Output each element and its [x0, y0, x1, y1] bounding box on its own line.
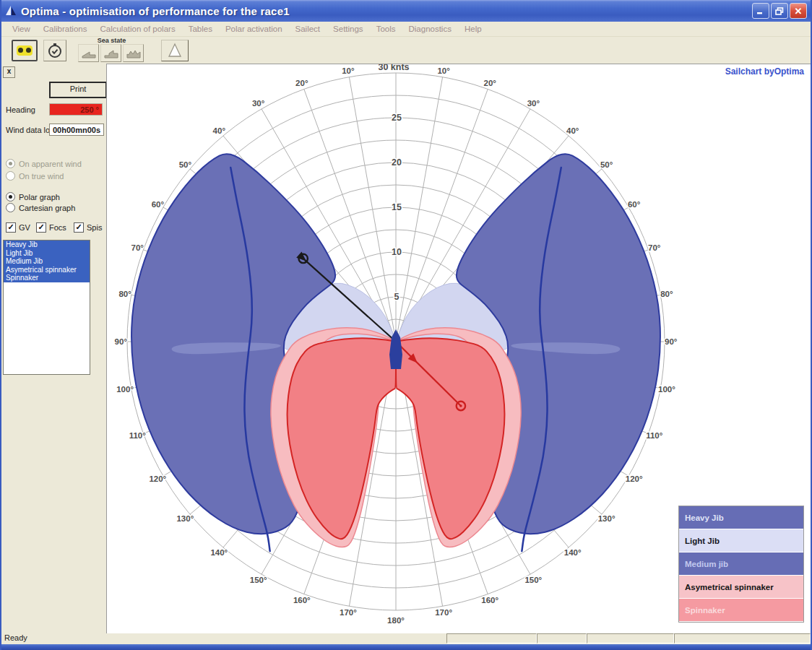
menu-polar-activation[interactable]: Polar activation [220, 23, 288, 35]
sea-state-medium-icon [103, 48, 119, 59]
list-item-heavy-jib[interactable]: Heavy Jib [4, 240, 90, 249]
menu-help[interactable]: Help [459, 23, 487, 35]
menu-calculation-of-polars[interactable]: Calculation of polars [95, 23, 180, 35]
svg-text:110°: 110° [646, 431, 663, 440]
radio-cartesian-graph[interactable]: Cartesian graph [6, 203, 75, 212]
goggles-toolbar-button[interactable] [12, 40, 38, 61]
svg-text:160°: 160° [481, 596, 498, 604]
status-pane-1 [446, 633, 537, 644]
legend-heavy-jib[interactable]: Heavy Jib [679, 506, 803, 529]
panel-close-icon[interactable]: x [3, 66, 15, 78]
svg-text:140°: 140° [210, 548, 228, 557]
svg-text:40°: 40° [566, 126, 579, 135]
svg-text:30°: 30° [252, 99, 265, 108]
radio-true-wind[interactable]: On true wind [6, 171, 64, 181]
heading-value-field[interactable]: 250 ° [49, 103, 103, 116]
svg-text:100°: 100° [116, 385, 134, 394]
checkbox-gv[interactable]: ✓ GV [6, 222, 30, 233]
svg-text:20°: 20° [484, 79, 497, 87]
checkbox-gv-icon: ✓ [6, 222, 16, 233]
svg-text:120°: 120° [149, 474, 166, 483]
goggles-icon [17, 46, 33, 56]
left-panel: x Print Heading 250 ° Wind data log 00h0… [1, 64, 106, 636]
menu-calibrations[interactable]: Calibrations [38, 23, 92, 35]
app-logo-sail-icon [4, 4, 17, 17]
svg-text:170°: 170° [340, 608, 357, 617]
print-button[interactable]: Print [49, 82, 107, 98]
stopwatch-toolbar-button[interactable] [43, 40, 66, 61]
list-item-medium-jib[interactable]: Medium Jib [4, 257, 90, 266]
sail-legend: Heavy Jib Light Jib Medium jib Asymetric… [678, 506, 804, 623]
svg-text:10°: 10° [437, 66, 450, 75]
legend-spinnaker[interactable]: Spinnaker [679, 599, 803, 622]
menu-tools[interactable]: Tools [371, 23, 401, 35]
svg-text:150°: 150° [524, 576, 542, 584]
sail-listbox[interactable]: Heavy Jib Light Jib Medium Jib Asymetric… [3, 240, 90, 375]
svg-text:80°: 80° [660, 290, 673, 298]
svg-text:20°: 20° [295, 79, 308, 87]
menu-sailect[interactable]: Sailect [290, 23, 326, 35]
list-item-spinnaker[interactable]: Spinnaker [4, 274, 90, 282]
legend-medium-jib[interactable]: Medium jib [679, 552, 803, 576]
svg-text:160°: 160° [293, 596, 311, 604]
svg-text:25: 25 [392, 113, 402, 123]
minimize-button[interactable] [752, 3, 769, 19]
checkbox-spis[interactable]: ✓ Spis [74, 222, 102, 233]
window-title: Optima - optimisation of performance for… [21, 5, 290, 17]
legend-asym-spinnaker[interactable]: Asymetrical spinnaker [679, 576, 803, 599]
sea-state-label: Sea state [98, 37, 126, 44]
status-pane-4 [674, 633, 811, 644]
sea-state-rough-button[interactable] [123, 44, 144, 62]
window-bottom-frame [1, 644, 811, 650]
toolbar: Sea state [1, 37, 811, 64]
wind-log-field[interactable]: 00h00mn00s [49, 124, 104, 136]
sea-state-group: Sea state [78, 38, 145, 62]
radio-cartesian-graph-icon [6, 203, 15, 212]
restore-button[interactable] [771, 3, 788, 19]
svg-text:15: 15 [392, 202, 402, 212]
sea-state-flat-icon [81, 48, 97, 59]
svg-text:60°: 60° [628, 200, 641, 209]
svg-text:90°: 90° [665, 337, 678, 346]
status-bar: Ready [1, 633, 811, 644]
list-item-asym-spinnaker[interactable]: Asymetrical spinnaker [4, 266, 90, 274]
close-button[interactable]: ✕ [790, 3, 807, 19]
sail-chart-toolbar-button[interactable] [161, 40, 189, 61]
app-window: Optima - optimisation of performance for… [0, 0, 812, 650]
svg-text:70°: 70° [131, 243, 144, 252]
sea-state-medium-button[interactable] [100, 44, 121, 62]
checkbox-focs-icon: ✓ [36, 222, 46, 233]
svg-text:130°: 130° [598, 514, 616, 523]
menu-tables[interactable]: Tables [183, 23, 217, 35]
radio-apparent-wind[interactable]: On apparent wind [6, 159, 82, 168]
svg-text:80°: 80° [118, 290, 131, 298]
checkbox-focs[interactable]: ✓ Focs [36, 222, 66, 233]
sea-state-rough-icon [126, 48, 142, 59]
status-text: Ready [1, 633, 446, 644]
svg-text:100°: 100° [658, 385, 675, 394]
status-pane-2 [537, 633, 587, 644]
menu-bar: View Calibrations Calculation of polars … [1, 22, 811, 37]
radio-polar-graph-icon [6, 192, 15, 202]
menu-settings[interactable]: Settings [328, 23, 368, 35]
svg-text:120°: 120° [626, 474, 643, 483]
menu-view[interactable]: View [7, 23, 35, 35]
svg-text:60°: 60° [152, 200, 165, 209]
radio-apparent-wind-icon [6, 159, 15, 168]
sail-icon [165, 43, 184, 58]
sea-state-flat-button[interactable] [78, 44, 99, 62]
radio-polar-graph[interactable]: Polar graph [6, 192, 60, 202]
list-item-light-jib[interactable]: Light Jib [4, 249, 90, 258]
svg-text:30 knts: 30 knts [378, 64, 409, 72]
svg-text:5: 5 [394, 292, 399, 302]
svg-text:40°: 40° [213, 126, 226, 135]
svg-text:110°: 110° [129, 431, 147, 440]
svg-text:10: 10 [392, 247, 402, 257]
menu-diagnostics[interactable]: Diagnostics [403, 23, 456, 35]
title-bar: Optima - optimisation of performance for… [1, 0, 811, 22]
svg-text:20: 20 [392, 157, 402, 168]
svg-text:130°: 130° [176, 514, 194, 523]
svg-text:150°: 150° [250, 576, 267, 584]
legend-light-jib[interactable]: Light Jib [679, 529, 803, 552]
heading-label: Heading [6, 105, 35, 114]
